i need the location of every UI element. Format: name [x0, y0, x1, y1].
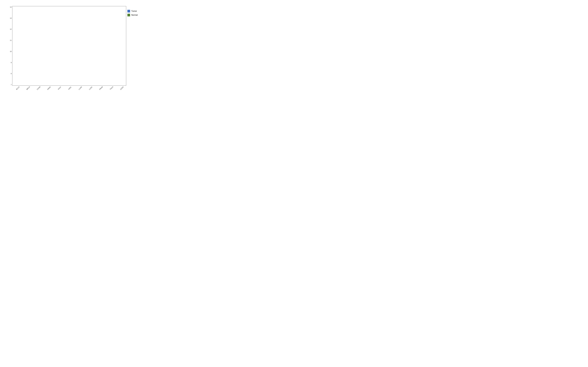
violin-dot	[88, 72, 88, 72]
violin-dot	[102, 35, 102, 36]
violin-iqr-box	[88, 34, 89, 50]
violin-dot	[16, 43, 16, 43]
violin-dot	[122, 48, 122, 48]
violin-dot	[47, 26, 47, 26]
violin-dot	[88, 68, 88, 68]
violin-dot	[47, 28, 47, 29]
violin-dot	[120, 47, 120, 48]
violin-dot	[60, 36, 61, 36]
violin-dot	[92, 37, 92, 37]
violin-dot	[26, 69, 26, 69]
violin-dot	[122, 36, 123, 36]
violin-dot	[102, 23, 102, 23]
violin-dot	[88, 41, 89, 41]
violin-dot	[99, 20, 99, 20]
violin-dot	[78, 61, 78, 61]
violin-dot	[112, 20, 112, 20]
violin-dot	[36, 34, 37, 35]
violin-dot	[68, 60, 68, 61]
violin-dot	[78, 35, 78, 36]
violin-dot	[70, 30, 71, 30]
violin-iqr-box	[67, 39, 68, 55]
violin-dot	[98, 17, 99, 18]
violin-dot	[91, 45, 92, 45]
violin-dot	[29, 34, 30, 34]
violin-dot	[57, 26, 57, 27]
violin-dot	[19, 40, 19, 40]
violin-dot	[101, 33, 102, 33]
violin-dot	[88, 61, 89, 62]
violin-dot	[29, 32, 30, 33]
violin-dot	[101, 41, 102, 42]
violin-dot	[88, 27, 88, 27]
violin-dot	[78, 28, 78, 28]
violin-dot	[57, 45, 57, 45]
violin-dot	[19, 46, 19, 46]
violin-dot	[68, 58, 68, 58]
violin-dot	[26, 66, 26, 66]
violin-dot	[78, 53, 78, 54]
violin-dot	[50, 48, 50, 48]
violin-dot	[91, 36, 92, 36]
violin-dot	[119, 58, 119, 58]
violin-dot	[71, 46, 71, 46]
violin-dot	[122, 52, 123, 53]
chart-container: 1413121110987 BLCABRCACOADHNSCKICHKIRCLU…	[1, 1, 146, 91]
violin-dot	[109, 50, 109, 50]
violin-dot	[47, 41, 48, 41]
violin-dot	[40, 35, 40, 36]
violin-dot	[37, 55, 37, 56]
violin-dot	[40, 43, 40, 44]
violin-iqr-box	[29, 36, 30, 43]
violin-dot	[71, 40, 71, 40]
violin-dot	[112, 27, 112, 27]
violin-dot	[109, 29, 109, 30]
violin-dot	[78, 46, 78, 46]
violin-dot	[47, 43, 47, 43]
violin-dot	[68, 76, 68, 76]
violin-dot	[109, 48, 109, 48]
violin-dot	[119, 55, 119, 55]
violin-dot	[109, 25, 109, 25]
violin-dot	[112, 24, 112, 24]
violin-dot	[68, 36, 68, 36]
violin-dot	[70, 36, 70, 36]
violin-dot	[61, 31, 61, 31]
violin-dot	[19, 43, 19, 43]
violin-dot	[50, 19, 50, 19]
violin-dot	[81, 35, 81, 35]
violin-dot	[36, 71, 37, 71]
violin-dot	[47, 19, 47, 19]
legend-item: Tumor	[127, 10, 145, 12]
violin-dot	[70, 43, 71, 43]
violin-dot	[102, 45, 102, 46]
violin-dot	[26, 59, 26, 59]
violin-dot	[29, 45, 30, 45]
violin-dot	[88, 85, 88, 86]
violin-dot	[67, 64, 68, 64]
violin-dot	[57, 37, 57, 37]
violin-dot	[29, 43, 29, 43]
violin-iqr-box	[109, 29, 109, 40]
violin-dot	[50, 57, 50, 57]
violin-dot	[19, 51, 19, 51]
violin-dot	[29, 52, 29, 53]
plot-and-legend: 1413121110987 BLCABRCACOADHNSCKICHKIRCLU…	[6, 5, 146, 89]
violin-dot	[26, 30, 27, 31]
violin-dot	[40, 39, 40, 40]
violin-dot	[61, 23, 61, 23]
violin-dot	[26, 43, 26, 43]
violin-dot	[16, 71, 16, 71]
violin-dot	[50, 26, 50, 26]
violin-dot	[40, 48, 40, 48]
violin-dot	[112, 28, 112, 28]
violin-dot	[16, 33, 17, 33]
violin-dot	[71, 41, 71, 41]
violin-dot	[29, 57, 30, 58]
violin-dot	[70, 35, 71, 35]
violin-dot	[89, 37, 89, 38]
violin-dot	[88, 31, 88, 31]
violin-dot	[61, 42, 61, 43]
violin-dot	[50, 50, 50, 50]
violin-dot	[68, 79, 68, 79]
